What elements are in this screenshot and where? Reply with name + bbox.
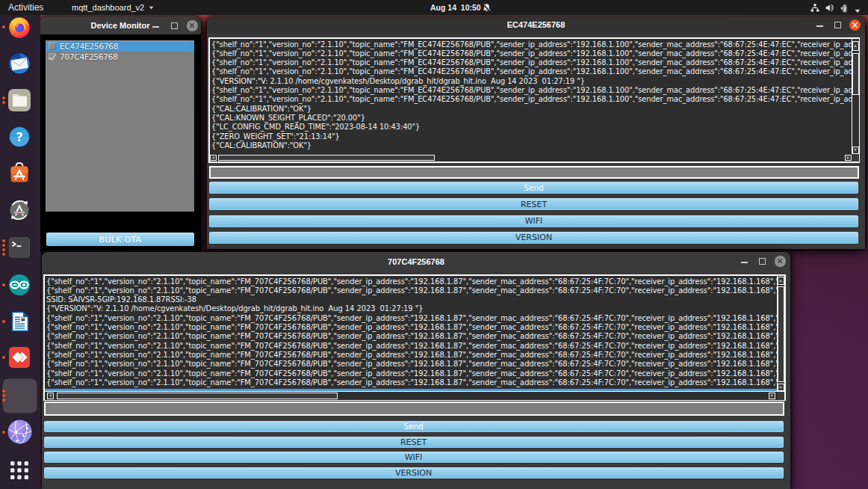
log-line: {"shelf_no":"1","version_no":"2.1.10","t…	[46, 378, 777, 387]
dock-item-thunderbird[interactable]	[0, 52, 40, 76]
running-dot	[2, 25, 5, 28]
volume-icon[interactable]	[825, 3, 835, 15]
scrollbar-corner	[852, 154, 859, 162]
ec-command-input[interactable]	[209, 166, 859, 179]
ec-close-button[interactable]	[849, 19, 861, 31]
log-line: {"ZERO_WEIGHT_SET":"21:13:14"}	[211, 132, 852, 141]
dock-item-ubuntu-software[interactable]	[0, 161, 40, 185]
ec-wifi-button[interactable]: WIFI	[209, 215, 858, 227]
ec-hscrollbar[interactable]	[210, 154, 852, 162]
w707-hscroll-left-arrow[interactable]	[47, 393, 55, 399]
checkbox-checked-icon[interactable]	[49, 53, 56, 61]
dock-item-software-updater[interactable]	[0, 198, 40, 222]
w707-vscroll-up-arrow[interactable]	[778, 277, 785, 285]
running-dot	[2, 399, 5, 402]
w707-hscroll-right-arrow[interactable]	[769, 393, 776, 399]
device-monitor-titlebar[interactable]: Device Monitor	[40, 16, 201, 34]
dock-item-anydesk[interactable]	[0, 345, 40, 369]
dock-item-firefox[interactable]	[0, 15, 40, 39]
maximize-button[interactable]	[171, 22, 178, 29]
ec-maximize-button[interactable]	[834, 22, 841, 28]
w707-send-button[interactable]: Send	[44, 421, 784, 432]
dock-item-arduino[interactable]	[0, 273, 40, 297]
w707-vscroll-thumb[interactable]	[778, 286, 785, 382]
log-line: {"VERSION":"V: 2.1.10 /home/cgvenkatesh/…	[211, 77, 852, 86]
running-dot	[2, 283, 5, 286]
log-line: {"shelf_no":"1","version_no":"2.1.10","t…	[46, 351, 777, 360]
w707-command-input[interactable]	[44, 402, 784, 416]
ec-reset-button[interactable]: RESET	[209, 198, 858, 210]
w707-log-textarea[interactable]: {"shelf_no":"1","version_no":"2.1.10","t…	[45, 276, 777, 392]
w707-vscrollbar[interactable]	[778, 276, 785, 392]
minimize-button[interactable]	[152, 26, 159, 28]
checkbox-unchecked-icon[interactable]	[49, 43, 56, 50]
close-button[interactable]	[187, 20, 198, 31]
ec-title: EC474E256768	[207, 20, 865, 29]
battery-icon[interactable]	[840, 3, 850, 15]
dock-item-terminal[interactable]	[0, 236, 40, 259]
w707-maximize-button[interactable]	[759, 258, 766, 265]
chevron-down-icon[interactable]	[855, 5, 861, 16]
running-dot	[2, 394, 5, 397]
log-line: {"shelf_no":"1","version_no":"2.1.10","t…	[211, 86, 852, 95]
ec-hscroll-right-arrow[interactable]	[845, 155, 852, 161]
running-indicator-dots	[2, 431, 5, 435]
w707-version-button[interactable]: VERSION	[44, 467, 784, 479]
ec-vscroll-thumb[interactable]	[852, 53, 859, 95]
log-line: {"LC_CONFIG_CMD_READ_TIME":"2023-08-14 1…	[211, 123, 852, 132]
log-line: {"shelf_no":"1","version_no":"2.1.10","t…	[211, 67, 852, 76]
ec-minimize-button[interactable]	[816, 25, 823, 27]
bulk-ota-button[interactable]: BULK OTA	[46, 233, 194, 246]
svg-text:?: ?	[16, 130, 23, 144]
software-updater-icon	[7, 198, 31, 222]
w707-vscroll-down-arrow[interactable]	[778, 384, 785, 391]
w707-reset-button[interactable]: RESET	[44, 437, 784, 448]
app-menu[interactable]: mqtt_dashboard_v2	[72, 3, 154, 12]
ec-vscrollbar[interactable]	[852, 39, 859, 154]
running-indicator-dots	[2, 25, 5, 30]
ec-log-lines: {"shelf_no":"1","version_no":"2.1.10","t…	[211, 40, 852, 151]
w707-wifi-button[interactable]: WIFI	[44, 452, 784, 463]
w707-close-button[interactable]	[775, 256, 786, 267]
ec-vscroll-up-arrow[interactable]	[852, 41, 859, 51]
scroll-arrow-glyph	[854, 45, 857, 47]
device-list[interactable]: EC474E256768707C4F256768	[46, 40, 194, 212]
w707-hscroll-thumb[interactable]	[57, 393, 338, 399]
network-wired-icon[interactable]	[810, 3, 819, 15]
thunderbird-icon	[7, 52, 31, 76]
dock-item-web-globe[interactable]	[0, 419, 40, 445]
ec-vscroll-down-arrow[interactable]	[852, 147, 859, 154]
dock-item-mqtt-app[interactable]	[0, 378, 40, 413]
clock[interactable]: Aug 14 10:50	[430, 3, 481, 12]
log-line: {"shelf_no":"1","version_no":"2.1.10","t…	[46, 314, 777, 323]
device-monitor-window: Device Monitor EC474E256768707C4F256768 …	[40, 16, 201, 251]
files-icon	[7, 88, 31, 112]
dock-item-libreoffice-writer[interactable]	[0, 310, 40, 333]
ec-log-complex: {"shelf_no":"1","version_no":"2.1.10","t…	[208, 37, 860, 163]
ec-hscroll-left-arrow[interactable]	[210, 155, 217, 161]
log-line: {"shelf_no":"1","version_no":"2.1.10","t…	[46, 332, 777, 341]
w707-minimize-button[interactable]	[741, 262, 748, 263]
running-dot	[2, 244, 5, 247]
log-line: {"shelf_no":"1","version_no":"2.1.10","t…	[211, 95, 852, 104]
dock-item-show-apps[interactable]	[0, 460, 40, 481]
log-line: {"shelf_no":"1","version_no":"2.1.10","t…	[46, 369, 777, 378]
ec-log-textarea[interactable]: {"shelf_no":"1","version_no":"2.1.10","t…	[210, 39, 852, 154]
ec-version-button[interactable]: VERSION	[209, 232, 858, 244]
activities-button[interactable]: Activities	[8, 2, 43, 13]
scroll-arrow-glyph	[771, 394, 773, 397]
ec-hscroll-thumb[interactable]	[218, 155, 435, 161]
running-indicator-dots	[2, 320, 5, 325]
dock-item-help[interactable]: ?	[0, 125, 40, 149]
w707-hscrollbar[interactable]	[45, 392, 778, 400]
device-list-item[interactable]: EC474E256768	[46, 41, 194, 52]
scroll-arrow-glyph	[847, 156, 849, 159]
w707-titlebar[interactable]: 707C4F256768	[42, 252, 790, 270]
dock-item-files[interactable]	[0, 88, 40, 112]
ec-send-button[interactable]: Send	[209, 182, 858, 194]
device-list-item[interactable]: 707C4F256768	[46, 52, 194, 62]
log-line: {"shelf_no":"1","version_no":"2.1.10","t…	[211, 40, 852, 49]
device-label: EC474E256768	[60, 42, 118, 51]
running-dot	[2, 239, 5, 242]
ec-titlebar[interactable]: EC474E256768	[207, 16, 865, 34]
